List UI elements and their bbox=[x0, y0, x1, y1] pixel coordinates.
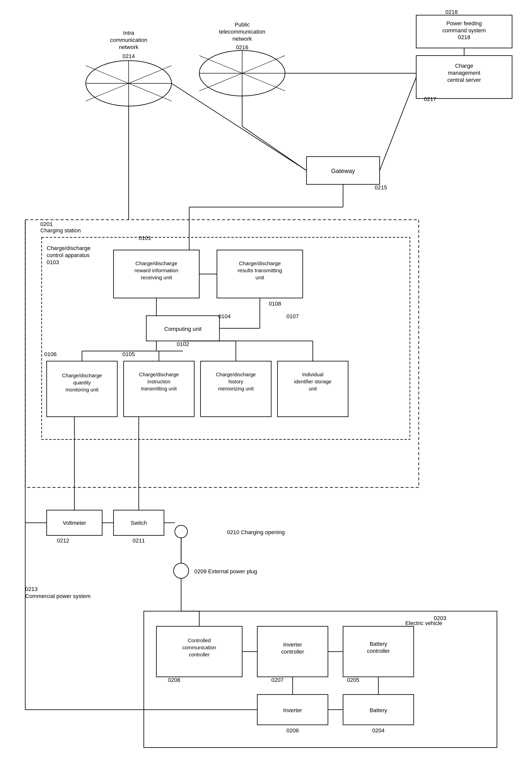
svg-text:0103: 0103 bbox=[47, 259, 59, 266]
svg-line-35 bbox=[380, 77, 416, 170]
svg-text:0217: 0217 bbox=[424, 96, 436, 102]
svg-line-37 bbox=[172, 83, 306, 170]
svg-text:Charge/discharge: Charge/discharge bbox=[239, 260, 281, 266]
svg-rect-49 bbox=[114, 250, 199, 298]
svg-text:Battery: Battery bbox=[370, 707, 387, 713]
svg-text:0207: 0207 bbox=[271, 677, 284, 683]
svg-text:Charge: Charge bbox=[455, 63, 473, 69]
svg-text:Charge/discharge: Charge/discharge bbox=[47, 245, 91, 251]
svg-text:control apparatus: control apparatus bbox=[47, 252, 90, 258]
svg-text:history: history bbox=[229, 379, 243, 384]
svg-text:0206: 0206 bbox=[287, 727, 299, 734]
svg-text:network: network bbox=[119, 44, 138, 50]
svg-text:Voltmeter: Voltmeter bbox=[63, 520, 86, 526]
svg-text:communication: communication bbox=[182, 645, 216, 650]
svg-text:identifier storage: identifier storage bbox=[294, 379, 331, 384]
svg-text:Switch: Switch bbox=[131, 520, 147, 526]
svg-text:Charge/discharge: Charge/discharge bbox=[216, 372, 256, 377]
svg-text:Gateway: Gateway bbox=[331, 167, 355, 174]
svg-text:controller: controller bbox=[367, 648, 390, 654]
svg-text:memorizing unit: memorizing unit bbox=[218, 386, 254, 391]
svg-text:0218: 0218 bbox=[458, 34, 470, 40]
svg-text:Individual: Individual bbox=[302, 372, 324, 377]
svg-text:0102: 0102 bbox=[177, 341, 189, 347]
svg-text:Public: Public bbox=[235, 21, 250, 28]
svg-rect-119 bbox=[156, 626, 242, 677]
svg-text:0212: 0212 bbox=[57, 537, 69, 544]
svg-text:quantity: quantity bbox=[73, 380, 91, 385]
svg-text:central server: central server bbox=[447, 77, 481, 83]
svg-text:Intra: Intra bbox=[123, 30, 134, 36]
svg-text:0204: 0204 bbox=[372, 727, 385, 734]
svg-text:telecommunication: telecommunication bbox=[219, 29, 265, 35]
svg-text:0107: 0107 bbox=[287, 313, 299, 320]
svg-text:transmitting unit: transmitting unit bbox=[141, 386, 177, 391]
svg-text:Commercial power system: Commercial power system bbox=[25, 593, 91, 599]
svg-text:unit: unit bbox=[256, 275, 264, 280]
svg-text:Charge/discharge: Charge/discharge bbox=[135, 260, 177, 266]
svg-text:0203: 0203 bbox=[434, 615, 446, 621]
svg-text:0215: 0215 bbox=[375, 184, 387, 191]
svg-text:0106: 0106 bbox=[44, 351, 57, 357]
svg-rect-53 bbox=[217, 250, 303, 298]
svg-text:Charge/discharge: Charge/discharge bbox=[62, 373, 102, 378]
svg-text:0108: 0108 bbox=[269, 301, 281, 307]
svg-text:monitoring unit: monitoring unit bbox=[65, 387, 99, 392]
svg-text:reward information: reward information bbox=[134, 268, 178, 273]
svg-text:0205: 0205 bbox=[347, 677, 359, 683]
svg-text:0105: 0105 bbox=[123, 351, 135, 357]
svg-text:controller: controller bbox=[189, 652, 210, 657]
svg-text:0214: 0214 bbox=[123, 53, 135, 59]
svg-text:Charge/discharge: Charge/discharge bbox=[139, 372, 179, 377]
svg-text:Power feeding: Power feeding bbox=[446, 20, 482, 26]
svg-text:Inverter: Inverter bbox=[283, 707, 302, 713]
svg-text:Controlled: Controlled bbox=[188, 638, 211, 643]
svg-text:0201: 0201 bbox=[40, 221, 53, 227]
svg-text:command system: command system bbox=[442, 27, 486, 34]
svg-line-34 bbox=[242, 126, 306, 170]
svg-point-102 bbox=[175, 525, 187, 538]
svg-text:Charging station: Charging station bbox=[40, 227, 81, 234]
svg-text:results transmitting: results transmitting bbox=[238, 268, 282, 273]
svg-text:instruction: instruction bbox=[147, 379, 170, 384]
svg-text:0213: 0213 bbox=[25, 586, 38, 592]
svg-text:communication: communication bbox=[110, 37, 147, 43]
svg-text:0216: 0216 bbox=[236, 44, 248, 50]
svg-text:unit: unit bbox=[309, 386, 317, 391]
svg-text:0101: 0101 bbox=[139, 235, 151, 241]
svg-text:controller: controller bbox=[281, 649, 304, 655]
svg-text:0210 Charging opening: 0210 Charging opening bbox=[227, 529, 285, 535]
diagram-svg: Power feeding command system 0218 0218 C… bbox=[0, 0, 532, 768]
svg-text:network: network bbox=[232, 36, 252, 42]
svg-text:Inverter: Inverter bbox=[283, 642, 302, 648]
svg-text:0211: 0211 bbox=[133, 537, 145, 544]
diagram-container: Power feeding command system 0218 0218 C… bbox=[0, 0, 532, 768]
svg-text:receiving unit: receiving unit bbox=[141, 275, 172, 280]
svg-text:0209  External power plug: 0209 External power plug bbox=[194, 568, 257, 574]
svg-text:Battery: Battery bbox=[370, 641, 387, 647]
svg-text:0218: 0218 bbox=[445, 9, 458, 15]
svg-text:management: management bbox=[448, 70, 480, 76]
svg-point-112 bbox=[174, 563, 189, 579]
svg-text:Computing unit: Computing unit bbox=[164, 326, 202, 332]
svg-text:0208: 0208 bbox=[168, 677, 180, 683]
svg-text:0104: 0104 bbox=[218, 313, 231, 320]
